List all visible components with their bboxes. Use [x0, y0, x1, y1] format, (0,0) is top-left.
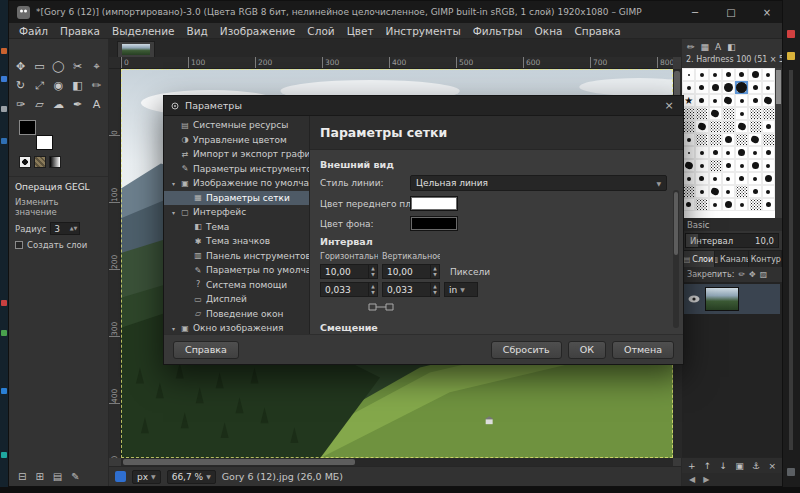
toolbox-bottom-icon[interactable]: ▤ — [53, 471, 62, 482]
brush-item[interactable] — [709, 94, 722, 107]
brush-item[interactable] — [748, 120, 761, 133]
desktop-icon[interactable] — [1, 300, 7, 306]
horizontal-scrollbar-thumb[interactable] — [123, 459, 355, 465]
spacing-vertical-in-spinbox[interactable]: 0,033 ▲▼ — [382, 282, 440, 297]
brush-item[interactable] — [748, 133, 761, 146]
brush-item[interactable] — [748, 185, 761, 198]
maximize-button[interactable]: □ — [716, 1, 746, 23]
eraser-tool-icon[interactable]: ▱ — [30, 95, 49, 114]
brush-item[interactable] — [709, 133, 722, 146]
spacing-horizontal-px-spinbox[interactable]: 10,00 ▲▼ — [320, 264, 378, 279]
tree-item[interactable]: ✎ Параметры по умолчанию — [164, 263, 309, 278]
brush-item[interactable] — [748, 81, 761, 94]
tree-item[interactable]: ? Система помощи — [164, 278, 309, 293]
brush-item[interactable] — [695, 120, 708, 133]
minimize-button[interactable]: ─ — [680, 1, 710, 23]
brush-item[interactable] — [748, 159, 761, 172]
brush-item[interactable] — [762, 185, 775, 198]
tab-layers[interactable]: ▤ Слои — [682, 251, 715, 267]
brush-item[interactable] — [735, 94, 748, 107]
line-style-dropdown[interactable]: Цельная линия ▼ — [410, 175, 667, 191]
content-scrollbar-thumb[interactable] — [674, 192, 678, 255]
brush-item[interactable] — [709, 172, 722, 185]
tree-item[interactable]: ✎ Параметры инструментов — [164, 162, 309, 177]
move-tool-icon[interactable]: ✥ — [11, 57, 30, 76]
menu-item[interactable]: Правка — [54, 25, 106, 37]
fg-bg-color-widget[interactable] — [19, 120, 53, 150]
brush-item[interactable] — [748, 94, 761, 107]
tree-item[interactable]: ▾ ▣ Изображение по умолчанию — [164, 176, 309, 191]
brush-spacing-slider[interactable]: Интервал 10,0 — [685, 233, 779, 248]
zoom-dropdown[interactable]: 66,7 % ▼ — [167, 470, 216, 484]
airbrush-tool-icon[interactable]: ☁ — [49, 95, 68, 114]
brush-item[interactable] — [695, 185, 708, 198]
lock-position-icon[interactable]: ✥ — [749, 270, 756, 279]
dialog-close-button[interactable]: × — [661, 99, 677, 112]
tree-item[interactable]: ▾ ▣ Окно изображения — [164, 321, 309, 334]
brush-item[interactable] — [762, 94, 775, 107]
brush-item[interactable] — [722, 172, 735, 185]
tree-item[interactable]: ▭ Дисплей — [164, 292, 309, 307]
scale-tool-icon[interactable]: ⤢ — [30, 76, 49, 95]
layer-action-icon[interactable]: × — [768, 461, 776, 471]
tab-channels[interactable]: ▥ Каналы — [715, 251, 748, 267]
brush-item[interactable] — [748, 68, 761, 81]
toolbox-bottom-icon[interactable]: ⊟ — [18, 471, 26, 482]
brush-folder-row[interactable]: Basic — [682, 218, 782, 231]
transform-tool-icon[interactable]: ↻ — [11, 76, 30, 95]
pencil-tool-icon[interactable]: ✏ — [87, 76, 106, 95]
brush-item[interactable] — [762, 107, 775, 120]
ok-button[interactable]: ОК — [568, 341, 606, 359]
brush-item[interactable] — [735, 81, 748, 94]
grid-fg-color-swatch[interactable] — [410, 196, 458, 211]
chain-link-icon[interactable] — [366, 302, 396, 312]
help-button[interactable]: Справка — [173, 341, 239, 359]
brush-item[interactable] — [748, 198, 761, 211]
desktop-icon[interactable] — [1, 452, 7, 458]
gradient-tool-icon[interactable]: ◧ — [68, 76, 87, 95]
menu-item[interactable]: Справка — [568, 25, 626, 37]
tree-item[interactable]: ▥ Панель инструментов — [164, 249, 309, 264]
brush-item[interactable] — [762, 172, 775, 185]
brush-item[interactable] — [762, 68, 775, 81]
free-select-tool-icon[interactable]: ✂ — [68, 57, 87, 76]
brush-item[interactable] — [682, 68, 695, 81]
menu-item[interactable]: Выделение — [106, 25, 181, 37]
statusbar-app-icon[interactable] — [115, 471, 126, 482]
ink-tool-icon[interactable]: ✒ — [68, 95, 87, 114]
desktop-icon[interactable] — [1, 138, 7, 144]
rect-select-tool-icon[interactable]: ▭ — [30, 57, 49, 76]
expander-icon[interactable]: ▾ — [170, 209, 177, 216]
gradients-tab-icon[interactable]: ◧ — [727, 42, 736, 52]
tree-item[interactable]: ▤ Системные ресурсы — [164, 118, 309, 133]
menu-item[interactable]: Цвет — [341, 25, 380, 37]
layer-action-icon[interactable]: ↑ — [704, 461, 712, 471]
dock-nav-icon[interactable]: ◀ — [689, 475, 695, 484]
spacing-horizontal-in-spinbox[interactable]: 0,033 ▲▼ — [320, 282, 378, 297]
crop-tool-icon[interactable]: ⌖ — [87, 57, 106, 76]
tree-item[interactable]: ⇄ Импорт и экспорт графики — [164, 147, 309, 162]
ruler-corner[interactable] — [109, 57, 121, 69]
content-scrollbar[interactable] — [673, 190, 679, 328]
spin-arrows-icon[interactable]: ▲▼ — [70, 226, 80, 231]
units-dropdown[interactable]: px ▼ — [132, 470, 161, 484]
brush-item[interactable] — [735, 120, 748, 133]
brush-item[interactable] — [709, 120, 722, 133]
lock-alpha-icon[interactable]: ▨ — [760, 270, 768, 279]
ellipse-select-tool-icon[interactable]: ◯ — [49, 57, 68, 76]
tree-item[interactable]: ✱ Тема значков — [164, 234, 309, 249]
brush-item[interactable] — [709, 81, 722, 94]
brush-item[interactable] — [762, 120, 775, 133]
brush-item[interactable] — [709, 68, 722, 81]
brush-item[interactable] — [735, 133, 748, 146]
brush-item[interactable] — [695, 172, 708, 185]
spacing-vertical-px-spinbox[interactable]: 10,00 ▲▼ — [382, 264, 440, 279]
brush-item[interactable] — [735, 198, 748, 211]
brush-item[interactable] — [722, 133, 735, 146]
spin-arrows-icon[interactable]: ▲▼ — [430, 283, 439, 296]
desktop-icon[interactable] — [1, 106, 7, 112]
spin-arrows-icon[interactable]: ▲▼ — [430, 265, 439, 278]
reset-button[interactable]: Сбросить — [491, 341, 562, 359]
brush-item[interactable] — [722, 146, 735, 159]
tab-paths[interactable]: ✎ Контуры — [749, 251, 782, 267]
